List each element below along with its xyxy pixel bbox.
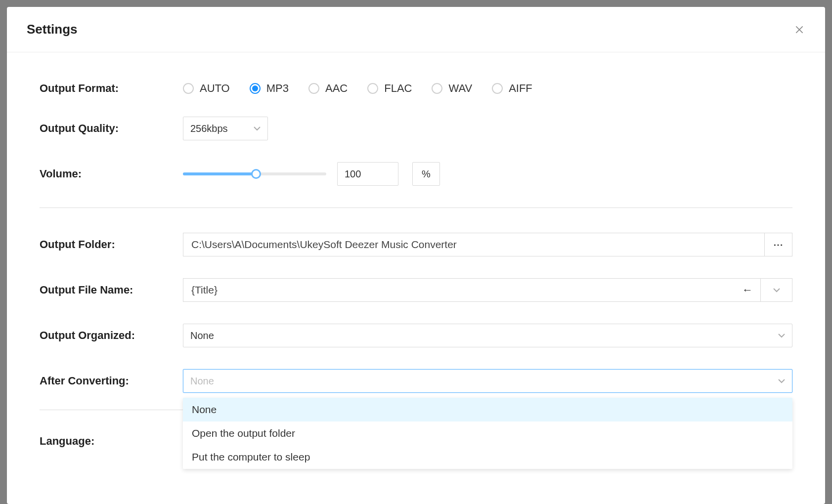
format-option-wav[interactable]: WAV — [432, 82, 472, 95]
after-converting-control: None None Open the output folder Put the… — [183, 369, 792, 393]
format-option-auto[interactable]: AUTO — [183, 82, 230, 95]
modal-header: Settings — [7, 7, 825, 52]
label-after-converting: After Converting: — [40, 375, 183, 387]
radio-icon — [432, 83, 442, 94]
organized-value: None — [190, 330, 214, 341]
dropdown-option-sleep[interactable]: Put the computer to sleep — [183, 445, 792, 469]
radio-icon — [250, 83, 261, 94]
radio-label: AIFF — [509, 82, 532, 95]
divider — [40, 208, 792, 208]
label-output-filename: Output File Name: — [40, 284, 183, 296]
row-output-folder: Output Folder: C:\Users\A\Documents\Ukey… — [40, 233, 792, 256]
volume-control: 100 % — [183, 162, 792, 186]
dropdown-option-open-folder[interactable]: Open the output folder — [183, 421, 792, 445]
label-output-quality: Output Quality: — [40, 122, 183, 135]
label-output-folder: Output Folder: — [40, 238, 183, 251]
radio-label: AUTO — [200, 82, 230, 95]
radio-label: AAC — [325, 82, 348, 95]
output-organized-control: None — [183, 324, 792, 347]
format-option-flac[interactable]: FLAC — [367, 82, 412, 95]
output-folder-input[interactable]: C:\Users\A\Documents\UkeySoft Deezer Mus… — [183, 233, 765, 256]
label-volume: Volume: — [40, 168, 183, 180]
format-option-mp3[interactable]: MP3 — [250, 82, 289, 95]
modal-body: Output Format: AUTO MP3 AAC — [7, 52, 825, 448]
row-output-organized: Output Organized: None — [40, 324, 792, 347]
after-converting-value: None — [190, 376, 214, 387]
slider-fill — [183, 172, 256, 175]
row-output-filename: Output File Name: {Title} ← — [40, 278, 792, 302]
radio-icon — [308, 83, 319, 94]
quality-value: 256kbps — [190, 123, 228, 134]
output-format-control: AUTO MP3 AAC FLAC — [183, 82, 792, 95]
after-converting-select[interactable]: None — [183, 369, 792, 393]
filename-tags-button[interactable] — [761, 278, 792, 302]
radio-label: FLAC — [384, 82, 412, 95]
organized-select[interactable]: None — [183, 324, 792, 347]
close-icon — [794, 25, 804, 35]
modal-title: Settings — [27, 22, 78, 37]
browse-button[interactable]: ⋯ — [765, 233, 792, 256]
format-option-aac[interactable]: AAC — [308, 82, 348, 95]
format-option-aiff[interactable]: AIFF — [492, 82, 532, 95]
quality-select[interactable]: 256kbps — [183, 117, 268, 140]
chevron-down-icon — [778, 332, 785, 339]
row-after-converting: After Converting: None None Open the out… — [40, 369, 792, 393]
radio-icon — [183, 83, 194, 94]
label-output-format: Output Format: — [40, 82, 183, 95]
output-quality-control: 256kbps — [183, 117, 792, 140]
output-folder-control: C:\Users\A\Documents\UkeySoft Deezer Mus… — [183, 233, 792, 256]
radio-label: WAV — [448, 82, 472, 95]
settings-modal: Settings Output Format: AUTO MP3 — [7, 7, 825, 504]
format-radio-group: AUTO MP3 AAC FLAC — [183, 82, 532, 95]
label-output-organized: Output Organized: — [40, 329, 183, 342]
slider-thumb[interactable] — [251, 169, 261, 179]
radio-icon — [492, 83, 503, 94]
chevron-down-icon — [778, 378, 785, 384]
close-button[interactable] — [793, 24, 805, 36]
dropdown-option-none[interactable]: None — [183, 398, 792, 421]
label-language: Language: — [40, 435, 183, 448]
chevron-down-icon — [773, 287, 780, 294]
ellipsis-icon: ⋯ — [773, 239, 784, 251]
after-converting-dropdown: None Open the output folder Put the comp… — [183, 398, 792, 469]
radio-icon — [367, 83, 378, 94]
row-output-quality: Output Quality: 256kbps — [40, 117, 792, 140]
radio-label: MP3 — [266, 82, 289, 95]
row-output-format: Output Format: AUTO MP3 AAC — [40, 82, 792, 95]
output-filename-control: {Title} ← — [183, 278, 792, 302]
arrow-left-icon: ← — [742, 284, 753, 296]
volume-value-input[interactable]: 100 — [337, 162, 398, 186]
volume-unit: % — [412, 162, 440, 186]
volume-slider[interactable] — [183, 172, 326, 175]
chevron-down-icon — [254, 125, 261, 132]
output-filename-input[interactable]: {Title} — [183, 278, 761, 302]
row-volume: Volume: 100 % — [40, 162, 792, 186]
